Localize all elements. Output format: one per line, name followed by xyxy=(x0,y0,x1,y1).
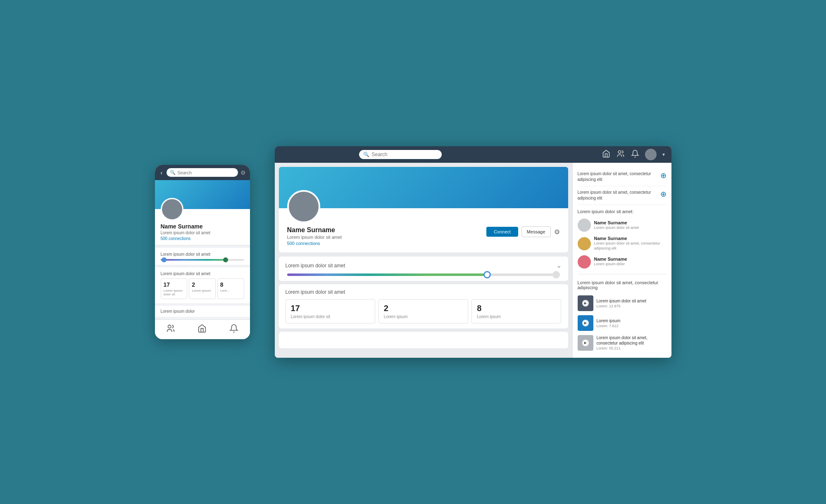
desktop-search-bar[interactable]: 🔍 xyxy=(359,150,442,159)
mobile-search-bar[interactable]: 🔍 xyxy=(167,168,238,177)
sidebar-media-sub-2: Lorem: 55.211 xyxy=(597,346,667,350)
desktop-device: 🔍 ▾ xyxy=(275,146,671,357)
slider-chevron-icon[interactable]: ⌄ xyxy=(556,262,562,269)
desktop-stat-num-0: 17 xyxy=(291,304,370,313)
sidebar-person-1[interactable]: Name Surname Lorem ipsum dolor sit amet,… xyxy=(578,234,667,253)
desktop-slider-fill xyxy=(287,273,486,276)
mobile-stat-num-0: 17 xyxy=(164,281,185,288)
mobile-stat-item-0: 17 Lorem ipsum dolor sit xyxy=(161,278,188,299)
sidebar-media-thumb-2: ▶ xyxy=(578,335,593,351)
mobile-avatar xyxy=(161,198,183,221)
sidebar-media-0[interactable]: ▶ Lorem ipsum dolor sit amet Lorem: 12.8… xyxy=(578,293,667,313)
sidebar-media-2[interactable]: ▶ Lorem ipsum dolor sit amet, consectetu… xyxy=(578,333,667,353)
mobile-search-icon: 🔍 xyxy=(170,170,176,175)
sidebar-suggestion-2-text: Lorem ipsum dolor sit amet, consectetur … xyxy=(578,190,657,201)
sidebar-suggestion-1: Lorem ipsum dolor sit amet, consectetur … xyxy=(578,168,667,186)
mobile-connections-link[interactable]: 500 connections xyxy=(161,236,244,241)
profile-info: Name Surname Lorem ipsum dolor sit amet … xyxy=(287,226,342,246)
desktop-bell-icon[interactable] xyxy=(631,150,639,160)
mobile-stat-item-1: 2 Lorem ipsum xyxy=(189,278,216,299)
profile-body: Name Surname Lorem ipsum dolor sit amet … xyxy=(279,208,568,252)
desktop-main-content: Name Surname Lorem ipsum dolor sit amet … xyxy=(275,163,671,357)
mobile-device: ‹ 🔍 ⚙ Name Surname Lorem ipsum dolor sit… xyxy=(155,165,250,339)
mobile-cover-photo xyxy=(155,180,250,209)
mobile-stat-label-2: Lore... xyxy=(220,289,241,292)
slider-section-label: Lorem ipsum dolor sit amet xyxy=(286,263,345,269)
sidebar-person-sub-2: Lorem ipsum dolor xyxy=(594,262,627,267)
svg-point-0 xyxy=(168,325,171,328)
profile-avatar xyxy=(287,190,320,223)
sidebar-add-btn-2[interactable]: ⊕ xyxy=(660,190,667,199)
mobile-nav-bell-icon[interactable] xyxy=(229,324,238,335)
mobile-footer-label: Lorem ipsum dolor xyxy=(155,306,250,317)
desktop-center-panel: Name Surname Lorem ipsum dolor sit amet … xyxy=(275,163,572,357)
sidebar-person-info-2: Name Surname Lorem ipsum dolor xyxy=(594,257,627,267)
desktop-dropdown-arrow-icon[interactable]: ▾ xyxy=(662,152,665,157)
sidebar-media-sub-0: Lorem: 12.875 xyxy=(597,304,647,308)
mobile-gear-icon[interactable]: ⚙ xyxy=(240,169,246,176)
mobile-stat-label-0: Lorem ipsum dolor sit xyxy=(164,289,185,296)
slider-header: Lorem ipsum dolor sit amet ⌄ xyxy=(286,262,562,269)
desktop-stat-2: 8 Lorem ipsum xyxy=(471,299,561,323)
mobile-slider-track[interactable] xyxy=(161,259,244,261)
sidebar-media-title-0: Lorem ipsum dolor sit amet xyxy=(597,298,647,304)
sidebar-person-avatar-0 xyxy=(578,219,591,232)
desktop-stat-num-2: 8 xyxy=(477,304,556,313)
profile-subtitle: Lorem ipsum dolor sit amet xyxy=(287,235,342,240)
mobile-topbar: ‹ 🔍 ⚙ xyxy=(155,165,250,180)
sidebar-media-play-2: ▶ xyxy=(582,340,589,346)
desktop-people-icon[interactable] xyxy=(616,150,625,160)
desktop-empty-section xyxy=(279,332,568,348)
desktop-home-icon[interactable] xyxy=(602,150,610,160)
sidebar-person-info-1: Name Surname Lorem ipsum dolor sit amet,… xyxy=(594,236,667,251)
desktop-search-icon: 🔍 xyxy=(363,152,369,157)
sidebar-person-avatar-2 xyxy=(578,255,591,269)
mobile-back-button[interactable]: ‹ xyxy=(159,169,164,177)
mobile-profile-name: Name Surname xyxy=(161,223,244,230)
desktop-search-input[interactable] xyxy=(372,152,434,157)
sidebar-media-info-2: Lorem ipsum dolor sit amet, consectetur … xyxy=(597,335,667,350)
mobile-stat-num-2: 8 xyxy=(220,281,241,288)
mobile-slider-thumb-right[interactable] xyxy=(223,257,228,262)
desktop-stat-label-1: Lorem ipsum xyxy=(384,314,463,319)
desktop-sidebar: Lorem ipsum dolor sit amet, consectetur … xyxy=(572,163,671,357)
sidebar-person-name-2: Name Surname xyxy=(594,257,627,262)
desktop-stats-section: Lorem ipsum dolor sit amet 17 Lorem ipsu… xyxy=(279,284,568,328)
profile-actions: Connect Message ⚙ xyxy=(486,226,560,237)
sidebar-add-btn-1[interactable]: ⊕ xyxy=(660,171,667,180)
sidebar-person-sub-0: Lorem ipsum dolor sit amet xyxy=(594,226,639,231)
sidebar-media-play-0: ▶ xyxy=(582,300,589,307)
mobile-slider-section: Lorem ipsum dolor sit amet xyxy=(155,248,250,265)
mobile-slider-thumb-left[interactable] xyxy=(162,257,167,262)
sidebar-media-1[interactable]: ▶ Lorem ipsum Lorem: 7.612 xyxy=(578,313,667,333)
sidebar-person-name-0: Name Surname xyxy=(594,220,639,225)
mobile-stat-item-2: 8 Lore... xyxy=(217,278,244,299)
desktop-slider-section: Lorem ipsum dolor sit amet ⌄ xyxy=(279,257,568,281)
profile-gear-icon[interactable]: ⚙ xyxy=(554,228,560,236)
mobile-slider-container xyxy=(161,259,244,261)
sidebar-media-info-1: Lorem ipsum Lorem: 7.612 xyxy=(597,318,621,328)
message-button[interactable]: Message xyxy=(521,226,551,237)
mobile-profile-subtitle: Lorem ipsum dolor sit amet xyxy=(161,231,244,235)
sidebar-person-0[interactable]: Name Surname Lorem ipsum dolor sit amet xyxy=(578,216,667,234)
desktop-stat-label-2: Lorem ipsum xyxy=(477,314,556,319)
sidebar-person-avatar-1 xyxy=(578,237,591,250)
mobile-stats-label: Lorem ipsum dolor sit amet xyxy=(161,271,244,276)
mobile-bottom-nav xyxy=(155,319,250,339)
mobile-stat-label-1: Lorem ipsum xyxy=(192,289,213,292)
sidebar-media-title-1: Lorem ipsum xyxy=(597,318,621,323)
mobile-search-input[interactable] xyxy=(177,170,234,175)
connect-button[interactable]: Connect xyxy=(486,227,518,237)
mobile-nav-people-icon[interactable] xyxy=(166,324,175,335)
profile-connections-link[interactable]: 500 connections xyxy=(287,241,342,246)
desktop-slider-track[interactable] xyxy=(287,273,560,276)
desktop-user-avatar[interactable] xyxy=(645,149,657,160)
profile-name: Name Surname xyxy=(287,226,342,234)
mobile-stat-num-1: 2 xyxy=(192,281,213,288)
mobile-nav-home-icon[interactable] xyxy=(198,324,207,335)
desktop-slider-thumb[interactable] xyxy=(483,271,491,278)
sidebar-person-info-0: Name Surname Lorem ipsum dolor sit amet xyxy=(594,220,639,231)
sidebar-media-play-1: ▶ xyxy=(582,320,589,326)
sidebar-person-2[interactable]: Name Surname Lorem ipsum dolor xyxy=(578,253,667,271)
desktop-stat-num-1: 2 xyxy=(384,304,463,313)
